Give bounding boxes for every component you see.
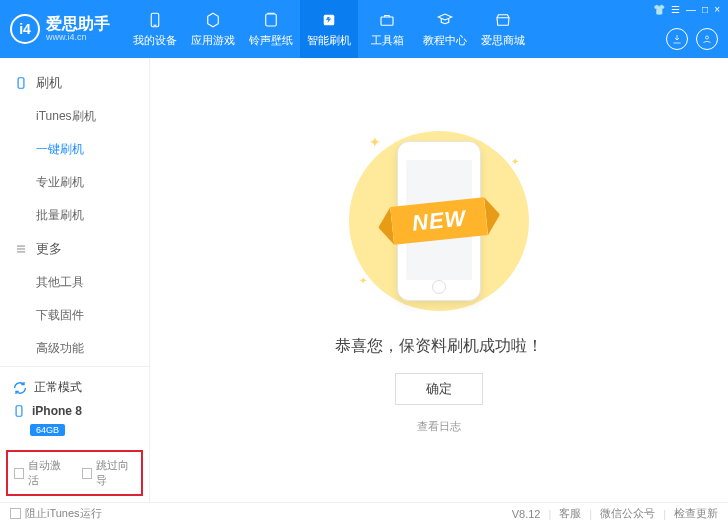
minimize-icon[interactable]: —	[686, 4, 696, 15]
tutorial-icon	[436, 11, 454, 29]
app-header: i4 爱思助手 www.i4.cn 我的设备 应用游戏 铃声壁纸 智能刷机 工具…	[0, 0, 728, 58]
sidebar: 刷机 iTunes刷机 一键刷机 专业刷机 批量刷机 更多 其他工具 下载固件 …	[0, 58, 150, 502]
footer: 阻止iTunes运行 V8.12 | 客服 | 微信公众号 | 检查更新	[0, 502, 728, 524]
auto-activate-checkbox[interactable]: 自动激活	[14, 458, 68, 488]
nav-label: 我的设备	[133, 33, 177, 48]
phone-icon	[14, 76, 28, 90]
sidebar-advanced[interactable]: 高级功能	[0, 332, 149, 365]
svg-rect-2	[266, 14, 277, 26]
skin-icon[interactable]: 👕	[653, 4, 665, 15]
sidebar-onekey-flash[interactable]: 一键刷机	[0, 133, 149, 166]
sidebar-group-flash: 刷机	[0, 66, 149, 100]
view-log-link[interactable]: 查看日志	[417, 419, 461, 434]
nav-label: 工具箱	[371, 33, 404, 48]
more-icon	[14, 242, 28, 256]
device-icon	[146, 11, 164, 29]
sidebar-other-tools[interactable]: 其他工具	[0, 266, 149, 299]
top-nav: 我的设备 应用游戏 铃声壁纸 智能刷机 工具箱 教程中心 爱思商城	[126, 0, 532, 58]
main-content: ✦ ✦ ✦ NEW 恭喜您，保资料刷机成功啦！ 确定 查看日志	[150, 58, 728, 502]
store-icon	[494, 11, 512, 29]
nav-label: 智能刷机	[307, 33, 351, 48]
brand-block: i4 爱思助手 www.i4.cn	[10, 14, 110, 44]
device-status-box: 正常模式 iPhone 8 64GB	[0, 366, 149, 444]
flash-icon	[320, 11, 338, 29]
mode-row[interactable]: 正常模式	[10, 375, 139, 400]
ok-button[interactable]: 确定	[395, 373, 483, 405]
success-illustration: ✦ ✦ ✦ NEW	[329, 126, 549, 316]
sidebar-pro-flash[interactable]: 专业刷机	[0, 166, 149, 199]
checkbox-label: 阻止iTunes运行	[25, 506, 102, 521]
checkbox-label: 跳过向导	[96, 458, 135, 488]
phone-small-icon	[12, 404, 26, 418]
wechat-link[interactable]: 微信公众号	[600, 506, 655, 521]
download-button[interactable]	[666, 28, 688, 50]
nav-label: 应用游戏	[191, 33, 235, 48]
skip-guide-checkbox[interactable]: 跳过向导	[82, 458, 136, 488]
block-itunes-checkbox[interactable]: 阻止iTunes运行	[10, 506, 102, 521]
close-icon[interactable]: ×	[714, 4, 720, 15]
toolbox-icon	[378, 11, 396, 29]
svg-rect-10	[16, 406, 22, 417]
sidebar-group-title: 刷机	[36, 74, 62, 92]
storage-badge: 64GB	[30, 424, 65, 436]
account-button[interactable]	[696, 28, 718, 50]
nav-toolbox[interactable]: 工具箱	[358, 0, 416, 58]
nav-my-device[interactable]: 我的设备	[126, 0, 184, 58]
brand-name: 爱思助手	[46, 16, 110, 32]
device-row[interactable]: iPhone 8	[10, 400, 139, 422]
svg-rect-4	[381, 17, 393, 25]
checkbox-label: 自动激活	[28, 458, 67, 488]
svg-point-5	[706, 36, 709, 39]
service-link[interactable]: 客服	[559, 506, 581, 521]
nav-flash[interactable]: 智能刷机	[300, 0, 358, 58]
highlighted-options: 自动激活 跳过向导	[6, 450, 143, 496]
maximize-icon[interactable]: □	[702, 4, 708, 15]
nav-label: 爱思商城	[481, 33, 525, 48]
sidebar-itunes-flash[interactable]: iTunes刷机	[0, 100, 149, 133]
note-icon	[262, 11, 280, 29]
menu-icon[interactable]: ☰	[671, 4, 680, 15]
svg-rect-6	[18, 78, 24, 89]
mode-label: 正常模式	[34, 379, 82, 396]
brand-logo-icon: i4	[10, 14, 40, 44]
nav-label: 铃声壁纸	[249, 33, 293, 48]
device-name: iPhone 8	[32, 404, 82, 418]
update-link[interactable]: 检查更新	[674, 506, 718, 521]
sync-icon	[12, 380, 28, 396]
header-actions	[666, 28, 718, 50]
window-controls: 👕 ☰ — □ ×	[653, 4, 720, 15]
nav-store[interactable]: 爱思商城	[474, 0, 532, 58]
nav-label: 教程中心	[423, 33, 467, 48]
nav-tutorial[interactable]: 教程中心	[416, 0, 474, 58]
body: 刷机 iTunes刷机 一键刷机 专业刷机 批量刷机 更多 其他工具 下载固件 …	[0, 58, 728, 502]
sidebar-batch-flash[interactable]: 批量刷机	[0, 199, 149, 232]
sidebar-group-title: 更多	[36, 240, 62, 258]
sidebar-download-firmware[interactable]: 下载固件	[0, 299, 149, 332]
sidebar-group-more: 更多	[0, 232, 149, 266]
nav-ringtones[interactable]: 铃声壁纸	[242, 0, 300, 58]
version-label: V8.12	[512, 508, 541, 520]
nav-apps[interactable]: 应用游戏	[184, 0, 242, 58]
apps-icon	[204, 11, 222, 29]
success-message: 恭喜您，保资料刷机成功啦！	[335, 336, 543, 357]
brand-url: www.i4.cn	[46, 32, 110, 43]
